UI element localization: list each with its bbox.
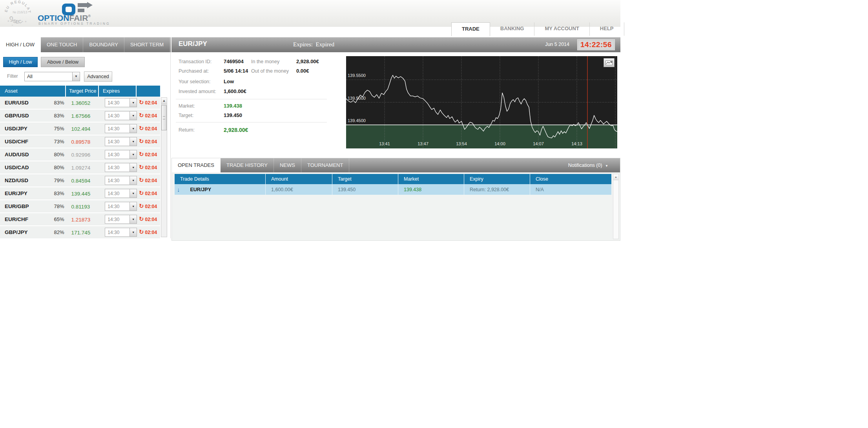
open-trades-header: Trade Details Amount Target Market Expir… [175,174,611,184]
filter-select[interactable]: All ▼ [24,72,80,81]
chevron-down-icon[interactable]: ▼ [129,228,137,236]
expiry-select[interactable]: 14:30 ▼ [105,98,137,107]
selection-value: Low [224,79,234,84]
nav-tab[interactable]: MY ACCOUNT [534,22,589,36]
chevron-down-icon[interactable]: ▼ [129,215,137,223]
current-date: Jun 5 2014 [545,42,569,47]
trades-tab[interactable]: TOURNAMENT [301,158,349,172]
chevron-down-icon[interactable]: ▼ [129,202,137,210]
trades-scrollbar[interactable]: ▲ [613,174,619,239]
expiry-select[interactable]: 14:30 ▼ [105,228,137,237]
market-value: 139.438 [224,103,242,109]
trade-row[interactable]: ↓ EUR/JPY 1,600.00€ 139.450 139.438 Retu… [175,184,611,195]
chevron-down-icon[interactable]: ▼ [129,137,137,146]
svg-text:14:13: 14:13 [571,141,582,146]
expiry-select[interactable]: 14:30 ▼ [105,137,137,146]
svg-text:139.4500: 139.4500 [348,118,366,123]
countdown: ↻ 02:04 [139,203,160,209]
chevron-down-icon[interactable]: ▼ [129,124,137,133]
transaction-id-value: 7469504 [224,59,244,64]
expiry-select[interactable]: 14:30 ▼ [105,215,137,224]
chevron-down-icon: ▼ [605,164,608,168]
notifications-button[interactable]: Notifications (0) ▼ [568,158,608,172]
chevron-down-icon[interactable]: ▼ [129,112,137,120]
chevron-down-icon[interactable]: ▼ [129,189,137,198]
asset-row[interactable]: NZD/USD 79% 0.84594 14:30 ▼ [0,174,160,187]
asset-price: 102.494 [71,126,91,132]
invested-label: Invested amount: [179,89,216,94]
asset-row[interactable]: USD/JPY 75% 102.494 14:30 ▼ [0,123,160,135]
expiry-select[interactable]: 14:30 ▼ [105,163,137,172]
filter-select-value: All [25,74,33,79]
asset-row[interactable]: EUR/USD 83% 1.36052 14:30 ▼ [0,97,160,110]
instrument-tab[interactable]: SHORT TERM [124,37,170,52]
asset-name: USD/CHF [5,139,28,144]
main-nav: TRADE BANKING MY ACCOUNT HELP [451,22,624,36]
selection-label: Your selection: [179,79,211,84]
trade-expiry: Return: 2,928.00€ [464,184,530,195]
instrument-tab[interactable]: HIGH / LOW [0,37,41,52]
cysec-stamp: EU REGULATED № 216/13 ★ ★ ★ CySEC ★ ★ [3,0,32,26]
asset-price: 1.67566 [71,113,91,119]
asset-row[interactable]: EUR/GBP 78% 0.81193 14:30 ▼ [0,200,160,213]
scroll-thumb[interactable] [161,105,167,130]
asset-table-header: Asset Target Price Expires [0,86,160,97]
svg-text:№ 216/13: № 216/13 [13,10,27,14]
countdown-clock-icon: ↻ [139,113,144,119]
chevron-down-icon[interactable]: ▼ [129,99,137,107]
asset-scrollbar[interactable]: ▲ [161,97,167,237]
chevron-down-icon[interactable]: ▼ [129,150,137,159]
asset-row[interactable]: GBP/JPY 82% 171.745 14:30 ▼ [0,226,160,238]
asset-price: 0.84594 [71,178,91,184]
chevron-down-icon[interactable]: ▼ [72,72,80,81]
nav-tab[interactable]: TRADE [451,22,490,36]
chevron-down-icon[interactable]: ▼ [129,176,137,185]
asset-price: 171.745 [71,230,91,236]
asset-price: 139.445 [71,191,91,197]
asset-row[interactable]: GBP/USD 83% 1.67566 14:30 ▼ [0,110,160,123]
asset-row[interactable]: USD/CHF 73% 0.89578 14:30 ▼ [0,135,160,148]
countdown-clock-icon: ↻ [139,152,144,157]
asset-row[interactable]: USD/CAD 80% 1.09274 14:30 ▼ [0,161,160,174]
asset-row[interactable]: AUD/USD 80% 0.92996 14:30 ▼ [0,148,160,161]
high-low-button[interactable]: High / Low [3,57,38,67]
countdown-clock-icon: ↻ [139,126,144,132]
optionfair-logo: EU REGULATED № 216/13 ★ ★ ★ CySEC ★ ★ [3,0,133,26]
countdown-clock-icon: ↻ [139,139,144,144]
instrument-tab[interactable]: BOUNDARY [83,37,124,52]
instrument-tab[interactable]: ONE TOUCH [41,37,84,52]
open-trades-table: Trade Details Amount Target Market Expir… [175,174,611,195]
asset-name: GBP/USD [5,113,29,119]
expiry-select[interactable]: 14:30 ▼ [105,202,137,211]
trades-tab[interactable]: OPEN TRADES [172,158,221,172]
expiry-select[interactable]: 14:30 ▼ [105,189,137,198]
above-below-button[interactable]: Above / Below [41,57,85,67]
expiry-select[interactable]: 14:30 ▼ [105,176,137,185]
nav-tab[interactable]: HELP [590,22,624,36]
countdown-clock-icon: ↻ [139,229,144,235]
asset-row[interactable]: EUR/CHF 65% 1.21873 14:30 ▼ [0,213,160,226]
expiry-select[interactable]: 14:30 ▼ [105,150,137,159]
expiry-select[interactable]: 14:30 ▼ [105,124,137,133]
chart-type-icon[interactable] [604,58,615,67]
direction-down-icon: ↓ [177,186,180,193]
countdown-clock-icon: ↻ [139,203,144,209]
countdown: ↻ 02:04 [139,113,160,119]
countdown: ↻ 02:04 [139,165,160,170]
scroll-up-icon[interactable]: ▲ [161,98,167,104]
countdown: ↻ 02:04 [139,229,160,235]
scroll-up-icon[interactable]: ▲ [613,174,618,180]
instrument-tabs: HIGH / LOW ONE TOUCH BOUNDARY SHORT TERM [0,37,171,52]
svg-text:14:07: 14:07 [533,141,544,146]
chevron-down-icon[interactable]: ▼ [129,163,137,172]
asset-name: AUD/USD [5,152,29,157]
asset-name: NZD/USD [5,177,28,183]
countdown: ↻ 02:04 [139,126,160,132]
asset-price: 0.92996 [71,152,91,158]
expiry-select[interactable]: 14:30 ▼ [105,111,137,120]
nav-tab[interactable]: BANKING [490,22,535,36]
trades-tab[interactable]: TRADE HISTORY [221,158,274,172]
asset-row[interactable]: EUR/JPY 83% 139.445 14:30 ▼ [0,187,160,200]
advanced-button[interactable]: Advanced [84,71,112,82]
trades-tab[interactable]: NEWS [274,158,301,172]
